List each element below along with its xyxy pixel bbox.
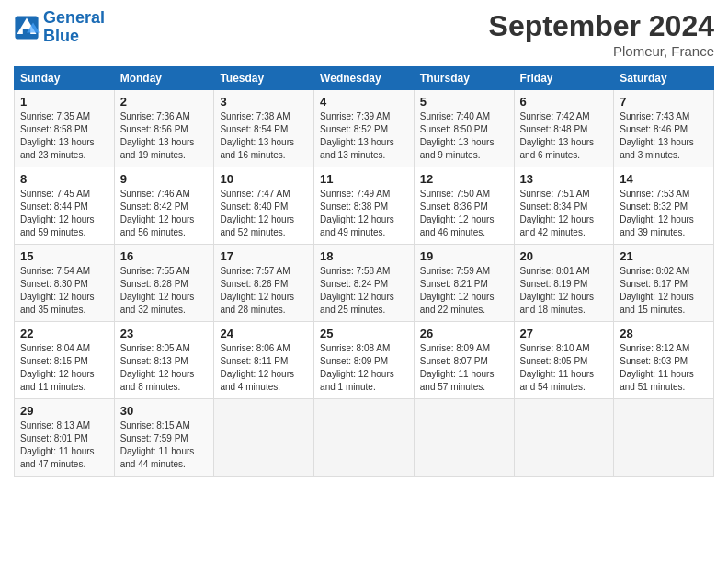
day-number: 1	[20, 95, 108, 109]
day-number: 14	[620, 172, 708, 186]
calendar-cell: 20Sunrise: 8:01 AMSunset: 8:19 PMDayligh…	[514, 245, 614, 322]
day-info: Sunrise: 7:50 AMSunset: 8:36 PMDaylight:…	[420, 188, 508, 239]
calendar-cell: 2Sunrise: 7:36 AMSunset: 8:56 PMDaylight…	[114, 90, 214, 167]
calendar-week-row: 15Sunrise: 7:54 AMSunset: 8:30 PMDayligh…	[15, 245, 714, 322]
calendar-cell: 15Sunrise: 7:54 AMSunset: 8:30 PMDayligh…	[15, 245, 115, 322]
day-number: 20	[520, 249, 609, 263]
day-info: Sunrise: 7:35 AMSunset: 8:58 PMDaylight:…	[20, 110, 108, 162]
day-info: Sunrise: 7:51 AMSunset: 8:34 PMDaylight:…	[520, 188, 609, 239]
day-number: 21	[620, 249, 708, 263]
header-row: SundayMondayTuesdayWednesdayThursdayFrid…	[15, 67, 714, 90]
calendar-cell	[514, 399, 614, 477]
day-info: Sunrise: 8:05 AMSunset: 8:13 PMDaylight:…	[120, 342, 209, 394]
day-info: Sunrise: 7:59 AMSunset: 8:21 PMDaylight:…	[420, 265, 508, 316]
day-info: Sunrise: 7:46 AMSunset: 8:42 PMDaylight:…	[120, 188, 209, 239]
day-number: 7	[620, 95, 708, 109]
calendar-cell: 27Sunrise: 8:10 AMSunset: 8:05 PMDayligh…	[514, 322, 614, 399]
calendar-cell	[614, 399, 714, 477]
location: Plomeur, France	[489, 43, 714, 59]
day-info: Sunrise: 8:15 AMSunset: 7:59 PMDaylight:…	[120, 419, 209, 471]
calendar-cell: 8Sunrise: 7:45 AMSunset: 8:44 PMDaylight…	[15, 167, 115, 245]
logo-blue: Blue	[43, 27, 79, 45]
day-info: Sunrise: 7:42 AMSunset: 8:48 PMDaylight:…	[520, 110, 609, 162]
logo: General Blue	[14, 9, 105, 46]
day-number: 12	[420, 172, 508, 186]
day-info: Sunrise: 7:36 AMSunset: 8:56 PMDaylight:…	[120, 110, 209, 162]
calendar-cell: 23Sunrise: 8:05 AMSunset: 8:13 PMDayligh…	[114, 322, 214, 399]
calendar-cell: 19Sunrise: 7:59 AMSunset: 8:21 PMDayligh…	[414, 245, 514, 322]
day-info: Sunrise: 8:08 AMSunset: 8:09 PMDaylight:…	[320, 342, 408, 394]
calendar-cell: 12Sunrise: 7:50 AMSunset: 8:36 PMDayligh…	[414, 167, 514, 245]
calendar-cell: 11Sunrise: 7:49 AMSunset: 8:38 PMDayligh…	[314, 167, 415, 245]
calendar-cell: 29Sunrise: 8:13 AMSunset: 8:01 PMDayligh…	[15, 399, 115, 477]
day-info: Sunrise: 7:53 AMSunset: 8:32 PMDaylight:…	[620, 188, 708, 239]
calendar-cell: 3Sunrise: 7:38 AMSunset: 8:54 PMDaylight…	[214, 90, 314, 167]
logo-general: General	[43, 8, 105, 27]
col-header-friday: Friday	[514, 67, 614, 90]
page-header: General Blue September 2024 Plomeur, Fra…	[14, 9, 714, 59]
day-number: 22	[20, 327, 108, 340]
day-number: 11	[320, 172, 408, 186]
day-number: 19	[420, 249, 508, 263]
day-number: 24	[220, 327, 308, 340]
calendar-cell: 22Sunrise: 8:04 AMSunset: 8:15 PMDayligh…	[15, 322, 115, 399]
calendar-week-row: 8Sunrise: 7:45 AMSunset: 8:44 PMDaylight…	[15, 167, 714, 245]
day-number: 25	[320, 327, 408, 340]
day-info: Sunrise: 8:12 AMSunset: 8:03 PMDaylight:…	[620, 342, 708, 394]
logo-icon	[14, 15, 40, 40]
logo-text: General Blue	[43, 9, 105, 46]
calendar-cell: 4Sunrise: 7:39 AMSunset: 8:52 PMDaylight…	[314, 90, 415, 167]
calendar-cell: 18Sunrise: 7:58 AMSunset: 8:24 PMDayligh…	[314, 245, 415, 322]
day-info: Sunrise: 8:02 AMSunset: 8:17 PMDaylight:…	[620, 265, 708, 316]
day-info: Sunrise: 8:06 AMSunset: 8:11 PMDaylight:…	[220, 342, 308, 394]
calendar-cell: 30Sunrise: 8:15 AMSunset: 7:59 PMDayligh…	[114, 399, 214, 477]
calendar-cell: 13Sunrise: 7:51 AMSunset: 8:34 PMDayligh…	[514, 167, 614, 245]
day-info: Sunrise: 8:01 AMSunset: 8:19 PMDaylight:…	[520, 265, 609, 316]
calendar-cell: 9Sunrise: 7:46 AMSunset: 8:42 PMDaylight…	[114, 167, 214, 245]
day-info: Sunrise: 8:10 AMSunset: 8:05 PMDaylight:…	[520, 342, 609, 394]
day-info: Sunrise: 7:38 AMSunset: 8:54 PMDaylight:…	[220, 110, 308, 162]
calendar-cell: 25Sunrise: 8:08 AMSunset: 8:09 PMDayligh…	[314, 322, 415, 399]
day-number: 29	[20, 404, 108, 418]
day-number: 28	[620, 327, 708, 340]
day-number: 27	[520, 327, 609, 340]
calendar-cell: 28Sunrise: 8:12 AMSunset: 8:03 PMDayligh…	[614, 322, 714, 399]
calendar-table: SundayMondayTuesdayWednesdayThursdayFrid…	[14, 66, 714, 477]
calendar-cell: 10Sunrise: 7:47 AMSunset: 8:40 PMDayligh…	[214, 167, 314, 245]
calendar-cell: 16Sunrise: 7:55 AMSunset: 8:28 PMDayligh…	[114, 245, 214, 322]
day-number: 9	[120, 172, 209, 186]
day-info: Sunrise: 7:45 AMSunset: 8:44 PMDaylight:…	[20, 188, 108, 239]
calendar-page: General Blue September 2024 Plomeur, Fra…	[0, 0, 728, 563]
day-number: 18	[320, 249, 408, 263]
calendar-cell: 5Sunrise: 7:40 AMSunset: 8:50 PMDaylight…	[414, 90, 514, 167]
day-info: Sunrise: 8:09 AMSunset: 8:07 PMDaylight:…	[420, 342, 508, 394]
day-info: Sunrise: 7:49 AMSunset: 8:38 PMDaylight:…	[320, 188, 408, 239]
day-number: 8	[20, 172, 108, 186]
day-number: 13	[520, 172, 609, 186]
calendar-week-row: 29Sunrise: 8:13 AMSunset: 8:01 PMDayligh…	[15, 399, 714, 477]
calendar-cell: 21Sunrise: 8:02 AMSunset: 8:17 PMDayligh…	[614, 245, 714, 322]
calendar-cell: 24Sunrise: 8:06 AMSunset: 8:11 PMDayligh…	[214, 322, 314, 399]
col-header-tuesday: Tuesday	[214, 67, 314, 90]
day-number: 17	[220, 249, 308, 263]
day-number: 30	[120, 404, 209, 418]
col-header-saturday: Saturday	[614, 67, 714, 90]
month-title: September 2024	[489, 9, 714, 43]
calendar-cell: 1Sunrise: 7:35 AMSunset: 8:58 PMDaylight…	[15, 90, 115, 167]
day-number: 3	[220, 95, 308, 109]
calendar-cell: 7Sunrise: 7:43 AMSunset: 8:46 PMDaylight…	[614, 90, 714, 167]
day-number: 6	[520, 95, 609, 109]
col-header-wednesday: Wednesday	[314, 67, 415, 90]
day-number: 4	[320, 95, 408, 109]
day-number: 16	[120, 249, 209, 263]
col-header-monday: Monday	[114, 67, 214, 90]
day-info: Sunrise: 7:58 AMSunset: 8:24 PMDaylight:…	[320, 265, 408, 316]
day-info: Sunrise: 7:57 AMSunset: 8:26 PMDaylight:…	[220, 265, 308, 316]
day-info: Sunrise: 7:55 AMSunset: 8:28 PMDaylight:…	[120, 265, 209, 316]
calendar-cell: 6Sunrise: 7:42 AMSunset: 8:48 PMDaylight…	[514, 90, 614, 167]
day-number: 5	[420, 95, 508, 109]
col-header-thursday: Thursday	[414, 67, 514, 90]
calendar-week-row: 1Sunrise: 7:35 AMSunset: 8:58 PMDaylight…	[15, 90, 714, 167]
calendar-cell	[314, 399, 415, 477]
day-info: Sunrise: 7:40 AMSunset: 8:50 PMDaylight:…	[420, 110, 508, 162]
